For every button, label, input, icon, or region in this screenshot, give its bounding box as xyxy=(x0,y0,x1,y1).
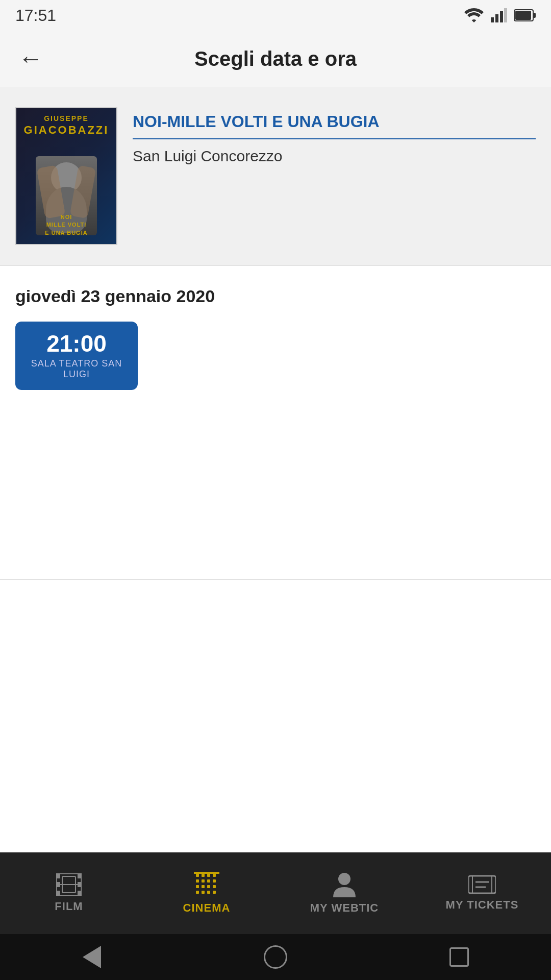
poster-line2: MILLE VOLTI xyxy=(16,221,116,229)
svg-rect-11 xyxy=(78,873,82,878)
android-nav-bar xyxy=(0,934,551,980)
svg-rect-5 xyxy=(533,13,536,18)
wifi-icon xyxy=(464,8,484,22)
bottom-nav: FILM CINEMA MY WEBTIC xyxy=(0,852,551,934)
svg-rect-31 xyxy=(213,891,216,894)
nav-label-film: FILM xyxy=(55,900,83,913)
content-area xyxy=(0,580,551,852)
poster-bottom-text: NOI MILLE VOLTI E UNA BUGIA xyxy=(16,213,116,237)
nav-label-my-webtic: MY WEBTIC xyxy=(310,901,379,915)
svg-rect-12 xyxy=(78,882,82,887)
page-title: Scegli data e ora xyxy=(194,47,357,70)
date-label: giovedì 23 gennaio 2020 xyxy=(15,286,536,306)
svg-rect-3 xyxy=(504,8,507,22)
svg-rect-0 xyxy=(491,17,494,22)
svg-rect-29 xyxy=(202,891,205,894)
cinema-icon xyxy=(194,872,219,897)
movie-location: San Luigi Concorezzo xyxy=(133,148,536,165)
svg-rect-25 xyxy=(202,885,205,888)
android-recents-button[interactable] xyxy=(444,942,474,972)
svg-rect-20 xyxy=(196,879,199,883)
nav-item-cinema[interactable]: CINEMA xyxy=(156,872,258,915)
nav-label-my-tickets: MY TICKETS xyxy=(446,898,519,912)
svg-rect-24 xyxy=(196,885,199,888)
svg-rect-9 xyxy=(56,882,60,887)
status-time: 17:51 xyxy=(15,6,56,25)
android-back-icon xyxy=(83,946,101,968)
android-home-icon xyxy=(264,945,287,969)
svg-rect-19 xyxy=(213,874,216,877)
movie-poster: GIUSEPPE GIACOBAZZI NOI MILLE VOLTI E UN… xyxy=(15,107,117,245)
poster-line1: NOI xyxy=(16,213,116,221)
header: ← Scegli data e ora xyxy=(0,31,551,87)
nav-item-my-webtic[interactable]: MY WEBTIC xyxy=(293,872,395,915)
svg-rect-8 xyxy=(56,873,60,878)
nav-item-film[interactable]: FILM xyxy=(18,873,120,913)
back-button[interactable]: ← xyxy=(15,43,46,74)
poster-author-name: GIACOBAZZI xyxy=(16,124,116,137)
svg-rect-17 xyxy=(202,874,205,877)
status-icons xyxy=(464,8,536,22)
back-arrow-icon: ← xyxy=(18,46,43,71)
film-icon xyxy=(56,873,82,896)
showtime-button[interactable]: 21:00 sala TEATRO SAN LUIGI xyxy=(15,322,138,390)
movie-section: GIUSEPPE GIACOBAZZI NOI MILLE VOLTI E UN… xyxy=(0,87,551,266)
poster-background: GIUSEPPE GIACOBAZZI NOI MILLE VOLTI E UN… xyxy=(16,108,116,244)
battery-icon xyxy=(514,9,536,22)
svg-rect-22 xyxy=(207,879,210,883)
poster-line3: E UNA BUGIA xyxy=(16,229,116,237)
svg-rect-28 xyxy=(196,891,199,894)
android-home-button[interactable] xyxy=(260,942,291,972)
svg-point-33 xyxy=(338,873,350,885)
datetime-section: giovedì 23 gennaio 2020 21:00 sala TEATR… xyxy=(0,266,551,580)
showtime-room: sala TEATRO SAN LUIGI xyxy=(31,358,122,380)
svg-rect-30 xyxy=(207,891,210,894)
svg-rect-26 xyxy=(207,885,210,888)
status-bar: 17:51 xyxy=(0,0,551,31)
nav-item-my-tickets[interactable]: MY TICKETS xyxy=(431,875,533,912)
my-tickets-icon xyxy=(468,875,496,894)
svg-rect-16 xyxy=(196,874,199,877)
signal-icon xyxy=(491,8,507,22)
svg-rect-21 xyxy=(202,879,205,883)
svg-rect-18 xyxy=(207,874,210,877)
movie-info: NOI-MILLE VOLTI E UNA BUGIA San Luigi Co… xyxy=(133,107,536,165)
svg-rect-10 xyxy=(56,891,60,896)
my-webtic-icon xyxy=(333,872,356,897)
android-recents-icon xyxy=(449,947,469,967)
svg-rect-1 xyxy=(495,14,498,22)
svg-rect-2 xyxy=(500,11,503,22)
svg-rect-6 xyxy=(515,11,531,20)
svg-rect-27 xyxy=(213,885,216,888)
movie-title: NOI-MILLE VOLTI E UNA BUGIA xyxy=(133,112,536,139)
svg-rect-32 xyxy=(194,872,219,874)
nav-label-cinema: CINEMA xyxy=(183,901,231,915)
poster-author-prefix: GIUSEPPE xyxy=(16,114,116,122)
svg-rect-13 xyxy=(78,891,82,896)
showtime-time: 21:00 xyxy=(46,332,107,355)
android-back-button[interactable] xyxy=(77,942,107,972)
svg-rect-23 xyxy=(213,879,216,883)
